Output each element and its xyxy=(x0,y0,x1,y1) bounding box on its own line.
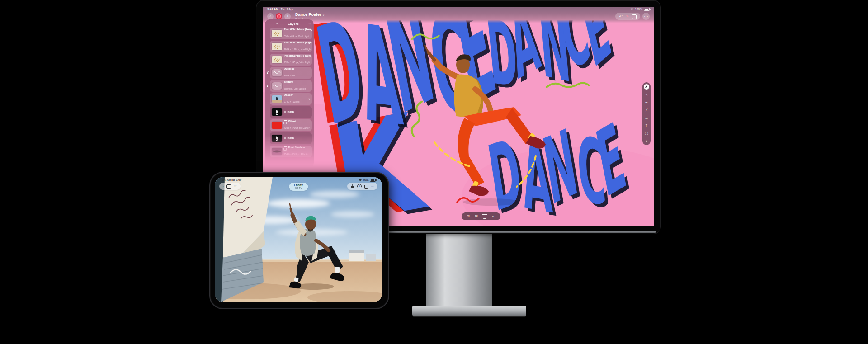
layer-meta: 770 × 1995 px, Vivid Light xyxy=(284,61,310,64)
text-tool[interactable]: T xyxy=(644,123,649,128)
layer-meta: 4308 × 2736.8 px, Darken xyxy=(284,127,310,129)
artwork-word-3: DANCE DANCE xyxy=(481,103,637,226)
layer-thumbnail xyxy=(272,43,282,50)
redo-button[interactable]: ↷ xyxy=(625,14,629,19)
ipad-status-bar: 9:41 AM Tue 1 Apr 100% xyxy=(222,179,376,182)
history-share-pill: ↶ ↷ ↑ xyxy=(615,13,640,20)
layer-meta: 636 × 409 px, Vivid Light xyxy=(284,35,309,38)
layers-panel: ⋯ ≡ Layers × ⊕ Pencil Scribbles (Foot) 6… xyxy=(265,19,314,168)
layer-name: Foot Shadow xyxy=(288,146,305,149)
layer-row[interactable]: ⊕ Pencil Scribbles (Left) 770 × 1995 px,… xyxy=(270,54,312,66)
trash-button[interactable] xyxy=(364,185,368,189)
wifi-icon xyxy=(359,179,362,181)
pencil-tool[interactable]: ✎ xyxy=(644,92,649,97)
layer-name: Dancer xyxy=(284,94,293,97)
eraser-tool[interactable]: ▭ xyxy=(644,115,649,120)
battery-icon xyxy=(370,179,376,182)
group-icon xyxy=(284,120,287,123)
layers-list: ⊕ Pencil Scribbles (Foot) 636 × 409 px, … xyxy=(265,28,314,157)
undo-button[interactable]: ↶ xyxy=(619,14,623,19)
cursor-tool[interactable] xyxy=(644,84,649,90)
color-tool[interactable]: ● xyxy=(644,138,649,143)
more-button[interactable]: ⋯ xyxy=(492,214,495,218)
layer-thumbnail xyxy=(272,56,282,63)
fit-canvas-button[interactable]: ⊡ xyxy=(467,214,470,218)
layer-row[interactable]: ⊕ Pencil Scribbles (Foot) 636 × 409 px, … xyxy=(270,28,312,39)
layer-name: Mask xyxy=(288,111,294,113)
gallery-red-button[interactable] xyxy=(276,13,282,19)
layer-row[interactable]: ⊕ Mask ∨ xyxy=(270,106,312,118)
layer-row[interactable]: ⊕ Foot Shadow 154.6 × 25.3 px, Effects ∨ xyxy=(270,146,312,157)
date-badge[interactable]: Friday 4:23 PM xyxy=(289,183,308,191)
favorite-button[interactable]: ♡ xyxy=(234,184,236,188)
layer-row[interactable]: ⊕ Mask ∨ xyxy=(270,132,312,144)
layer-row[interactable]: ⊕ Pencil Scribbles (Right) 1864 × 1178 p… xyxy=(270,41,312,52)
battery-percent: 100% xyxy=(635,8,642,11)
layer-name: Offset xyxy=(288,120,296,123)
system-status-bar: 9:41 AM Tue 1 Apr 100% xyxy=(267,8,650,11)
trash-button[interactable] xyxy=(483,215,486,219)
line-tool[interactable]: ╱ xyxy=(644,107,649,113)
layer-meta: 1864 × 1178 px, Vivid Light xyxy=(284,48,311,51)
grid-button[interactable]: ⊞ xyxy=(475,214,478,218)
canvas-bottom-toolbar: ⊡⊞⋯ xyxy=(462,212,500,220)
ipad: 9:41 AM Tue 1 Apr 100% ‹ ↑ ♡ Friday 4:23… xyxy=(209,172,389,309)
pen-tool[interactable]: ✒ xyxy=(644,99,649,105)
layer-meta: False Color xyxy=(284,74,296,77)
layer-meta: Sharpen, Line Screen xyxy=(284,87,306,90)
layer-name: Pencil Scribbles (Foot) xyxy=(284,28,312,31)
layer-thumbnail xyxy=(272,148,282,155)
layer-row[interactable]: ⊕ Duotone False Color ∨ xyxy=(270,67,312,79)
wifi-icon xyxy=(630,8,633,10)
battery-percent: 100% xyxy=(363,179,369,182)
layer-name: Mask xyxy=(288,137,294,140)
app-toolbar: 9:41 AM Tue 1 Apr 100% ‹ + Dance Poster … xyxy=(263,7,654,23)
layer-meta: 154.6 × 25.3 px, Effects xyxy=(284,153,308,156)
group-icon xyxy=(284,146,287,149)
layer-thumbnail xyxy=(272,69,282,76)
shape-tool[interactable]: ◯ xyxy=(644,130,649,136)
share-button[interactable]: ↑ xyxy=(226,184,231,189)
dancer-photo[interactable] xyxy=(215,177,382,302)
edit-adjust-button[interactable] xyxy=(351,185,354,188)
ipad-clock-date: 9:41 AM Tue 1 Apr xyxy=(222,179,241,182)
panel-close-button[interactable]: × xyxy=(308,22,311,26)
layer-row[interactable]: ⊕ Texture Sharpen, Line Screen ∨ xyxy=(270,80,312,92)
layer-row[interactable]: ⊕ Offset 4308 × 2736.8 px, Darken ∨ xyxy=(270,119,312,131)
panel-menu-icon[interactable]: ≡ xyxy=(276,22,278,25)
back-button[interactable]: ‹ xyxy=(223,185,224,188)
tool-rail: ✎✒╱▭T◯● xyxy=(642,82,651,145)
panel-title: Layers xyxy=(280,22,306,26)
fx-badge: f xyxy=(267,71,270,75)
layer-thumbnail xyxy=(272,30,282,37)
chevron-down-icon: ∨ xyxy=(323,14,325,16)
display-stand-base xyxy=(412,306,526,316)
layer-row[interactable]: ⊕ Dancer 2741 × 4108 px ∨ xyxy=(270,93,312,105)
info-button[interactable]: i xyxy=(357,184,362,188)
layer-thumbnail xyxy=(272,95,282,103)
date: Tue 1 Apr xyxy=(281,8,293,11)
layer-name: Texture xyxy=(284,81,293,84)
layer-name: Pencil Scribbles (Right) xyxy=(284,42,312,44)
back-button[interactable]: ‹ xyxy=(267,13,274,19)
panel-more-button[interactable]: ⋯ xyxy=(268,22,271,26)
more-button[interactable]: ⋯ xyxy=(642,13,650,20)
layer-thumbnail xyxy=(272,122,282,129)
battery-icon xyxy=(644,8,650,11)
layer-name: Duotone xyxy=(284,68,295,71)
clock: 9:41 AM xyxy=(267,8,278,11)
ipad-screen: 9:41 AM Tue 1 Apr 100% ‹ ↑ ♡ Friday 4:23… xyxy=(215,177,382,302)
mask-icon: ⊕ xyxy=(284,111,286,113)
mask-icon: ⊕ xyxy=(284,137,286,140)
svg-text:DANCE: DANCE xyxy=(481,103,634,226)
layer-thumbnail xyxy=(272,82,282,90)
fx-badge: f xyxy=(267,84,270,88)
photo-actions-pill: i ⋯ xyxy=(347,183,377,190)
photo-nav-pill: ‹ ↑ ♡ xyxy=(219,183,241,190)
display-stand-neck xyxy=(426,232,492,306)
chevron-down-icon: ∨ xyxy=(308,98,310,100)
add-button[interactable]: + xyxy=(284,13,291,19)
share-button[interactable]: ↑ xyxy=(632,14,637,19)
document-title: Dance Poster xyxy=(295,13,321,17)
more-button[interactable]: ⋯ xyxy=(371,184,374,188)
